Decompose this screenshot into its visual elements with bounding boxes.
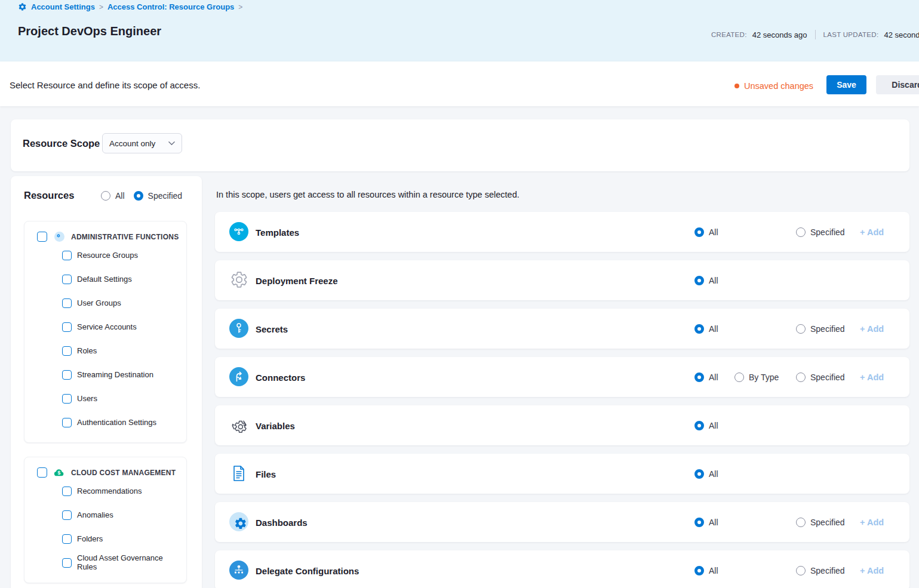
resource-type-item[interactable]: Users — [62, 387, 180, 411]
item-checkbox[interactable] — [62, 534, 72, 544]
add-link[interactable]: + Add — [860, 372, 884, 382]
radio-option-specified[interactable]: Specified — [796, 324, 845, 334]
radio-icon[interactable] — [694, 518, 704, 527]
item-checkbox[interactable] — [62, 298, 72, 308]
group-label: ADMINISTRATIVE FUNCTIONS — [71, 233, 179, 241]
radio-option-by-type[interactable]: By Type — [734, 372, 779, 382]
breadcrumb-access-control[interactable]: Access Control: Resource Groups — [107, 2, 234, 11]
breadcrumb-separator: > — [238, 3, 242, 11]
save-button[interactable]: Save — [826, 75, 866, 94]
resource-type-item[interactable]: User Groups — [62, 291, 180, 315]
resource-row: Delegate Configurations AllSpecified+ Ad… — [215, 550, 909, 588]
created-value: 42 seconds ago — [752, 30, 807, 39]
radio-option-all[interactable]: All — [694, 421, 718, 430]
settings-gear-icon — [18, 2, 27, 11]
radio-icon[interactable] — [796, 227, 806, 237]
resource-type-item[interactable]: Resource Groups — [62, 244, 180, 267]
radio-icon[interactable] — [694, 276, 704, 285]
item-checkbox[interactable] — [62, 487, 72, 496]
radio-icon[interactable] — [101, 191, 110, 201]
resource-type-item[interactable]: Streaming Destination — [62, 363, 180, 387]
radio-icon[interactable] — [694, 227, 704, 237]
radio-icon[interactable] — [694, 372, 704, 382]
group-items: Resource Groups Default Settings User Gr… — [24, 244, 186, 442]
radio-icon[interactable] — [694, 421, 704, 430]
radio-icon[interactable] — [694, 469, 704, 479]
deployment-freeze-icon — [229, 270, 248, 290]
item-checkbox[interactable] — [62, 394, 72, 404]
header-meta: CREATED: 42 seconds ago LAST UPDATED: 42… — [711, 30, 919, 39]
breadcrumb-separator: > — [99, 3, 103, 11]
group-checkbox[interactable] — [37, 467, 47, 478]
unsaved-label: Unsaved changes — [744, 81, 813, 91]
resource-type-item[interactable]: Roles — [62, 339, 180, 363]
svg-text:$: $ — [58, 470, 61, 476]
item-label: Roles — [77, 347, 97, 356]
dashboards-icon — [229, 512, 248, 531]
radio-icon[interactable] — [734, 372, 744, 382]
item-checkbox[interactable] — [62, 322, 72, 332]
radio-icon[interactable] — [796, 518, 806, 527]
radio-option-all[interactable]: All — [694, 566, 718, 575]
last-updated-label: LAST UPDATED: — [823, 31, 879, 38]
radio-icon[interactable] — [796, 566, 806, 575]
radio-option-all[interactable]: All — [694, 372, 718, 382]
resource-row: Variables All — [215, 405, 909, 445]
item-checkbox[interactable] — [62, 346, 72, 356]
resource-type-item[interactable]: Recommendations — [62, 479, 180, 503]
resource-type-item[interactable]: Authentication Settings — [62, 411, 180, 435]
radio-option-all[interactable]: All — [694, 518, 718, 527]
resource-type-item[interactable]: Cloud Asset Governance Rules — [62, 551, 180, 575]
files-icon — [229, 464, 248, 483]
radio-option-all[interactable]: All — [694, 276, 718, 285]
unsaved-dot-icon — [734, 84, 739, 88]
resource-row-label: Variables — [256, 420, 295, 430]
resource-type-item[interactable]: Default Settings — [62, 267, 180, 291]
item-checkbox[interactable] — [62, 275, 72, 284]
add-link[interactable]: + Add — [860, 324, 884, 334]
radio-icon[interactable] — [796, 372, 806, 382]
group-checkbox[interactable] — [37, 232, 47, 242]
connectors-icon — [229, 367, 248, 386]
resource-scope-label: Resource Scope — [23, 138, 100, 149]
item-label: User Groups — [77, 299, 121, 308]
radio-icon[interactable] — [796, 324, 806, 334]
resource-type-item[interactable]: Service Accounts — [62, 315, 180, 339]
radio-icon[interactable] — [694, 566, 704, 575]
resource-type-item[interactable]: Folders — [62, 527, 180, 551]
item-checkbox[interactable] — [62, 510, 72, 520]
group-items: Recommendations Anomalies Folders Cloud … — [24, 479, 186, 583]
cloud-dollar-icon: $ — [54, 467, 64, 478]
radio-option-specified[interactable]: Specified — [796, 518, 845, 527]
radio-option-specified[interactable]: Specified — [796, 372, 845, 382]
radio-option-specified[interactable]: Specified — [796, 566, 845, 575]
item-checkbox[interactable] — [62, 418, 72, 427]
resource-row-label: Secrets — [256, 324, 288, 334]
toolbar: Select Resource and define its scope of … — [0, 61, 919, 106]
radio-option-all[interactable]: All — [694, 469, 718, 479]
add-link[interactable]: + Add — [860, 227, 884, 237]
resource-row-label: Files — [256, 469, 276, 479]
breadcrumb-account-settings[interactable]: Account Settings — [31, 2, 95, 11]
resource-row: Connectors AllBy TypeSpecified+ Add — [215, 357, 909, 397]
radio-option-all[interactable]: All — [694, 227, 718, 237]
resource-row: Templates AllSpecified+ Add — [215, 212, 909, 252]
item-checkbox[interactable] — [62, 370, 72, 380]
add-link[interactable]: + Add — [860, 566, 884, 575]
resource-type-item[interactable]: Anomalies — [62, 503, 180, 527]
item-label: Anomalies — [77, 511, 113, 520]
radio-option-specified[interactable]: Specified — [134, 191, 183, 201]
templates-icon — [229, 222, 248, 241]
radio-option-all[interactable]: All — [694, 324, 718, 334]
group-header[interactable]: ADMINISTRATIVE FUNCTIONS — [24, 221, 186, 244]
radio-option-all[interactable]: All — [101, 191, 125, 201]
item-checkbox[interactable] — [62, 558, 72, 568]
resource-scope-select[interactable]: Account only — [102, 133, 182, 153]
radio-icon[interactable] — [134, 191, 143, 201]
radio-option-specified[interactable]: Specified — [796, 227, 845, 237]
group-header[interactable]: $ CLOUD COST MANAGEMENT — [24, 457, 186, 479]
add-link[interactable]: + Add — [860, 518, 884, 527]
item-checkbox[interactable] — [62, 251, 72, 260]
discard-button[interactable]: Discard — [876, 75, 919, 94]
radio-icon[interactable] — [694, 324, 704, 334]
